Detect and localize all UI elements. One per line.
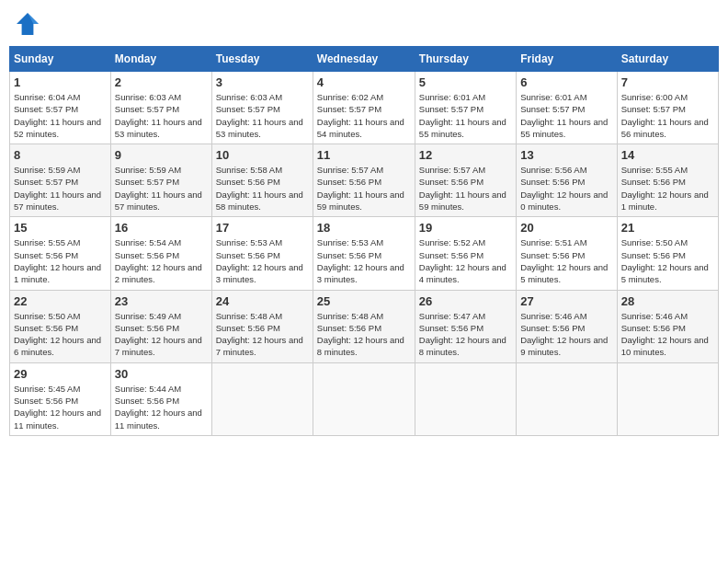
day-info: Sunrise: 6:01 AM Sunset: 5:57 PM Dayligh… — [419, 91, 512, 140]
day-info: Sunrise: 5:49 AM Sunset: 5:56 PM Dayligh… — [115, 310, 208, 359]
day-number: 21 — [621, 221, 714, 235]
calendar-cell: 27 Sunrise: 5:46 AM Sunset: 5:56 PM Dayl… — [517, 290, 617, 362]
calendar-cell: 3 Sunrise: 6:03 AM Sunset: 5:57 PM Dayli… — [211, 72, 313, 144]
day-info: Sunrise: 5:52 AM Sunset: 5:56 PM Dayligh… — [419, 236, 512, 285]
calendar-cell: 29 Sunrise: 5:45 AM Sunset: 5:56 PM Dayl… — [10, 362, 111, 435]
day-info: Sunrise: 5:51 AM Sunset: 5:56 PM Dayligh… — [520, 236, 612, 285]
day-info: Sunrise: 6:02 AM Sunset: 5:57 PM Dayligh… — [317, 91, 411, 140]
day-info: Sunrise: 5:44 AM Sunset: 5:56 PM Dayligh… — [115, 383, 208, 431]
calendar-week-4: 22 Sunrise: 5:50 AM Sunset: 5:56 PM Dayl… — [10, 290, 719, 362]
calendar-cell: 28 Sunrise: 5:46 AM Sunset: 5:56 PM Dayl… — [617, 290, 718, 362]
day-number: 5 — [419, 75, 512, 89]
calendar-header-row: SundayMondayTuesdayWednesdayThursdayFrid… — [10, 47, 719, 72]
calendar-cell — [313, 362, 415, 435]
day-header-friday: Friday — [517, 47, 617, 72]
calendar-cell: 15 Sunrise: 5:55 AM Sunset: 5:56 PM Dayl… — [10, 217, 111, 290]
calendar-cell: 18 Sunrise: 5:53 AM Sunset: 5:56 PM Dayl… — [313, 217, 415, 290]
day-header-saturday: Saturday — [617, 47, 718, 72]
calendar-cell: 1 Sunrise: 6:04 AM Sunset: 5:57 PM Dayli… — [10, 72, 111, 144]
calendar-cell — [415, 362, 516, 435]
day-info: Sunrise: 6:04 AM Sunset: 5:57 PM Dayligh… — [14, 91, 107, 140]
day-number: 16 — [115, 221, 208, 235]
day-header-monday: Monday — [110, 47, 211, 72]
calendar-cell: 7 Sunrise: 6:00 AM Sunset: 5:57 PM Dayli… — [617, 72, 718, 144]
day-number: 12 — [419, 148, 512, 162]
calendar-cell: 13 Sunrise: 5:56 AM Sunset: 5:56 PM Dayl… — [517, 144, 617, 217]
day-info: Sunrise: 5:48 AM Sunset: 5:56 PM Dayligh… — [317, 310, 411, 359]
calendar-cell: 23 Sunrise: 5:49 AM Sunset: 5:56 PM Dayl… — [110, 290, 211, 362]
day-info: Sunrise: 5:55 AM Sunset: 5:56 PM Dayligh… — [14, 236, 107, 285]
day-info: Sunrise: 5:56 AM Sunset: 5:56 PM Dayligh… — [520, 164, 612, 213]
day-info: Sunrise: 5:59 AM Sunset: 5:57 PM Dayligh… — [115, 164, 208, 213]
calendar-cell: 17 Sunrise: 5:53 AM Sunset: 5:56 PM Dayl… — [211, 217, 313, 290]
day-number: 4 — [317, 75, 411, 89]
calendar-cell — [617, 362, 718, 435]
calendar-cell: 9 Sunrise: 5:59 AM Sunset: 5:57 PM Dayli… — [110, 144, 211, 217]
calendar-week-3: 15 Sunrise: 5:55 AM Sunset: 5:56 PM Dayl… — [10, 217, 719, 290]
day-info: Sunrise: 5:55 AM Sunset: 5:56 PM Dayligh… — [621, 164, 714, 213]
calendar-cell: 19 Sunrise: 5:52 AM Sunset: 5:56 PM Dayl… — [415, 217, 516, 290]
day-number: 2 — [115, 75, 208, 89]
day-number: 3 — [216, 75, 309, 89]
logo — [13, 9, 46, 39]
calendar-cell: 10 Sunrise: 5:58 AM Sunset: 5:56 PM Dayl… — [211, 144, 313, 217]
day-number: 19 — [419, 221, 512, 235]
day-number: 1 — [14, 75, 107, 89]
day-info: Sunrise: 5:57 AM Sunset: 5:56 PM Dayligh… — [317, 164, 411, 213]
day-number: 30 — [115, 367, 208, 381]
day-number: 26 — [419, 294, 512, 308]
calendar-cell: 2 Sunrise: 6:03 AM Sunset: 5:57 PM Dayli… — [110, 72, 211, 144]
day-header-thursday: Thursday — [415, 47, 516, 72]
calendar-cell: 11 Sunrise: 5:57 AM Sunset: 5:56 PM Dayl… — [313, 144, 415, 217]
calendar-cell: 8 Sunrise: 5:59 AM Sunset: 5:57 PM Dayli… — [10, 144, 111, 217]
day-info: Sunrise: 6:01 AM Sunset: 5:57 PM Dayligh… — [520, 91, 612, 140]
calendar-week-5: 29 Sunrise: 5:45 AM Sunset: 5:56 PM Dayl… — [10, 362, 719, 435]
page-header — [9, 9, 719, 39]
calendar-week-1: 1 Sunrise: 6:04 AM Sunset: 5:57 PM Dayli… — [10, 72, 719, 144]
day-number: 24 — [216, 294, 309, 308]
day-number: 14 — [621, 148, 714, 162]
calendar-cell — [517, 362, 617, 435]
day-info: Sunrise: 5:53 AM Sunset: 5:56 PM Dayligh… — [216, 236, 309, 285]
day-number: 7 — [621, 75, 714, 89]
day-number: 13 — [520, 148, 612, 162]
day-header-sunday: Sunday — [10, 47, 111, 72]
day-number: 15 — [14, 221, 107, 235]
day-number: 9 — [115, 148, 208, 162]
day-number: 18 — [317, 221, 411, 235]
logo-icon — [13, 9, 42, 39]
day-number: 25 — [317, 294, 411, 308]
day-info: Sunrise: 5:58 AM Sunset: 5:56 PM Dayligh… — [216, 164, 309, 213]
calendar-cell: 16 Sunrise: 5:54 AM Sunset: 5:56 PM Dayl… — [110, 217, 211, 290]
day-number: 23 — [115, 294, 208, 308]
calendar-cell: 25 Sunrise: 5:48 AM Sunset: 5:56 PM Dayl… — [313, 290, 415, 362]
day-info: Sunrise: 5:48 AM Sunset: 5:56 PM Dayligh… — [216, 310, 309, 359]
calendar-cell: 21 Sunrise: 5:50 AM Sunset: 5:56 PM Dayl… — [617, 217, 718, 290]
day-number: 29 — [14, 367, 107, 381]
day-number: 8 — [14, 148, 107, 162]
day-number: 27 — [520, 294, 612, 308]
day-info: Sunrise: 5:57 AM Sunset: 5:56 PM Dayligh… — [419, 164, 512, 213]
calendar-week-2: 8 Sunrise: 5:59 AM Sunset: 5:57 PM Dayli… — [10, 144, 719, 217]
calendar-cell: 20 Sunrise: 5:51 AM Sunset: 5:56 PM Dayl… — [517, 217, 617, 290]
day-info: Sunrise: 5:59 AM Sunset: 5:57 PM Dayligh… — [14, 164, 107, 213]
calendar-table: SundayMondayTuesdayWednesdayThursdayFrid… — [9, 46, 719, 436]
day-number: 11 — [317, 148, 411, 162]
calendar-cell: 30 Sunrise: 5:44 AM Sunset: 5:56 PM Dayl… — [110, 362, 211, 435]
calendar-cell: 5 Sunrise: 6:01 AM Sunset: 5:57 PM Dayli… — [415, 72, 516, 144]
day-info: Sunrise: 6:03 AM Sunset: 5:57 PM Dayligh… — [115, 91, 208, 140]
day-header-tuesday: Tuesday — [211, 47, 313, 72]
calendar-cell: 24 Sunrise: 5:48 AM Sunset: 5:56 PM Dayl… — [211, 290, 313, 362]
day-info: Sunrise: 5:46 AM Sunset: 5:56 PM Dayligh… — [621, 310, 714, 359]
day-number: 10 — [216, 148, 309, 162]
day-info: Sunrise: 5:47 AM Sunset: 5:56 PM Dayligh… — [419, 310, 512, 359]
day-number: 22 — [14, 294, 107, 308]
day-number: 17 — [216, 221, 309, 235]
day-info: Sunrise: 5:50 AM Sunset: 5:56 PM Dayligh… — [14, 310, 107, 359]
day-info: Sunrise: 5:53 AM Sunset: 5:56 PM Dayligh… — [317, 236, 411, 285]
calendar-cell: 6 Sunrise: 6:01 AM Sunset: 5:57 PM Dayli… — [517, 72, 617, 144]
day-info: Sunrise: 5:46 AM Sunset: 5:56 PM Dayligh… — [520, 310, 612, 359]
calendar-cell — [211, 362, 313, 435]
day-info: Sunrise: 5:54 AM Sunset: 5:56 PM Dayligh… — [115, 236, 208, 285]
calendar-cell: 4 Sunrise: 6:02 AM Sunset: 5:57 PM Dayli… — [313, 72, 415, 144]
